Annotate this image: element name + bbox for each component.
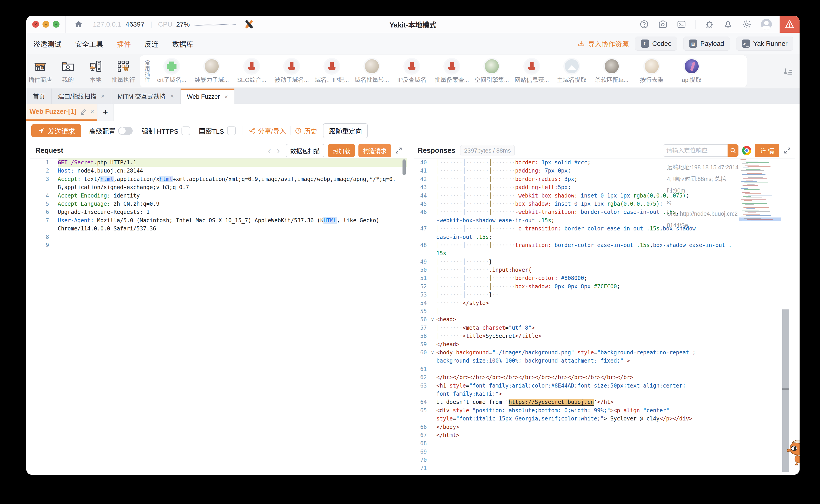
tab-label: 端口/指纹扫描 [58,92,96,101]
plugin-label: 纯暴力子域... [194,75,229,84]
divider [290,126,291,135]
close-icon[interactable]: × [101,93,105,100]
import-collab-link[interactable]: 导入协作资源 [578,39,629,49]
detail-button[interactable]: 详 情 [755,144,779,157]
plugin-label: 批量备案查... [435,75,469,84]
sidebar-item-plugin-store[interactable]: 插件商店 [26,59,54,84]
fullscreen-icon[interactable] [783,147,791,154]
user-avatar[interactable] [761,19,772,30]
add-fuzzer-tab-button[interactable]: + [97,104,114,121]
sidebar-item-label: 批量执行 [111,75,135,84]
plugin-avatar [365,59,379,73]
app-title: Yakit-本地模式 [389,19,437,30]
sort-icon[interactable] [782,66,794,77]
history-button[interactable]: 历史 [295,126,317,136]
close-window-button[interactable]: × [32,21,39,28]
response-search-input[interactable] [663,144,728,157]
close-icon[interactable]: × [224,93,228,101]
code-line: 57│·······<meta charset="utf-8"> [414,324,795,332]
request-editor[interactable]: 1GET /Secret.php HTTP/1.12Host: node4.bu… [30,158,406,472]
plugin-label: SEO综合... [237,75,266,84]
minimize-window-button[interactable]: − [42,21,49,28]
tool-button-icon: >_ [742,40,750,48]
yakit-fox-mascot[interactable] [781,437,800,473]
plugin-item[interactable]: 纯暴力子域... [192,59,232,84]
home-icon[interactable] [74,20,83,29]
plugin-item[interactable]: IP反查域名 [392,59,432,84]
alert-button[interactable] [780,16,800,33]
console-icon[interactable] [677,20,686,29]
plugin-label: IP反查域名 [397,75,427,84]
tab-MITM 交互式劫持[interactable]: MITM 交互式劫持× [111,89,181,104]
plugin-item[interactable]: 被动子域名... [272,59,312,84]
response-scrollbar[interactable] [782,158,789,472]
share-import-button[interactable]: 分享/导入 [249,126,286,136]
menu-item[interactable]: 数据库 [172,39,193,49]
code-line: 71 [414,464,795,472]
plugin-item[interactable]: 按行去重 [632,59,672,84]
prev-icon[interactable]: ‹ [268,146,271,156]
minimap[interactable] [739,159,781,227]
plugin-item[interactable]: SEO综合... [232,59,272,84]
screenshot-icon[interactable] [658,20,668,29]
plugin-label: 空间引擎集... [475,75,509,84]
tab-首页[interactable]: 首页 [26,89,52,104]
plugin-item[interactable]: 空间引擎集... [472,59,512,84]
edit-icon[interactable] [80,108,87,115]
send-request-button[interactable]: 发送请求 [31,124,81,137]
settings-gear-icon[interactable] [742,19,752,29]
sidebar-item-batch-execute[interactable]: 批量执行 [109,59,137,84]
response-panel: Responses 2397bytes / 88ms 详 情 40│······… [414,143,795,472]
plugin-item[interactable]: 主域名提取 [552,59,592,84]
plugin-item[interactable]: crt子域名... [152,59,192,84]
code-line: ease-in-out .15s; [414,233,795,241]
notification-bell-icon[interactable] [723,20,733,29]
plugin-avatar [405,59,419,73]
tool-button[interactable]: >_Yak Runner [736,37,793,51]
code-line: 55│ [414,307,795,315]
response-editor[interactable]: 40│·······│·······│·······border: 1px so… [414,158,795,472]
tab-web-fuzzer-1[interactable]: Web Fuzzer-[1] × [26,104,97,121]
bug-icon[interactable] [705,20,714,29]
force-https-checkbox[interactable] [181,126,190,135]
sidebar-item-my-plugins[interactable]: 我的 [54,59,82,84]
chrome-icon[interactable] [742,146,751,155]
help-icon[interactable] [639,20,649,29]
response-size-badge: 2397bytes / 88ms [460,145,515,156]
tool-button[interactable]: CCodec [635,37,677,51]
tab-label: 首页 [33,92,45,101]
next-icon[interactable]: › [277,146,280,156]
close-icon[interactable]: × [90,108,94,115]
plugin-label: api提取 [682,75,702,84]
build-request-button[interactable]: 构造请求 [358,144,391,157]
advanced-config-toggle[interactable] [118,127,133,135]
menu-item[interactable]: 反连 [144,39,158,49]
plugin-item[interactable]: 域名批量转... [352,59,392,84]
plugin-item[interactable]: 域名、IP提... [312,59,352,84]
packet-scan-button[interactable]: 数据包扫描 [286,144,324,157]
code-line: 66</body> [414,423,795,431]
gmtls-checkbox[interactable] [227,126,236,135]
menu-item[interactable]: 渗透测试 [33,39,61,49]
plugin-item[interactable]: 批量备案查... [432,59,472,84]
menu-item[interactable]: 安全工具 [75,39,103,49]
zoom-window-button[interactable]: + [53,21,59,28]
plugin-item[interactable]: 网站信息获... [512,59,552,84]
main-menu: 渗透测试安全工具插件反连数据库 导入协作资源 CCodec▤Payload>_Y… [26,33,800,54]
menu-item[interactable]: 插件 [117,39,131,49]
tool-button[interactable]: ▤Payload [683,37,730,51]
plugin-item[interactable]: 杀软匹配ta... [592,59,632,84]
plugin-item[interactable]: api提取 [672,59,712,84]
fullscreen-icon[interactable] [395,147,402,154]
request-scrollbar[interactable] [402,159,406,175]
sidebar-item-local-plugins[interactable]: 本地 [82,59,109,84]
code-line: 6Upgrade-Insecure-Requests: 1 [30,208,406,216]
close-icon[interactable]: × [170,93,174,100]
code-line: 3Accept: text/html,application/xhtml+xml… [30,175,406,183]
follow-redirect-button[interactable]: 跟随重定向 [323,123,368,138]
cpu-sparkline [193,20,236,28]
tab-Web Fuzzer[interactable]: Web Fuzzer× [181,89,234,104]
hot-reload-button[interactable]: 热加载 [328,144,355,157]
search-icon[interactable] [728,144,738,157]
tab-端口/指纹扫描[interactable]: 端口/指纹扫描× [52,89,111,104]
